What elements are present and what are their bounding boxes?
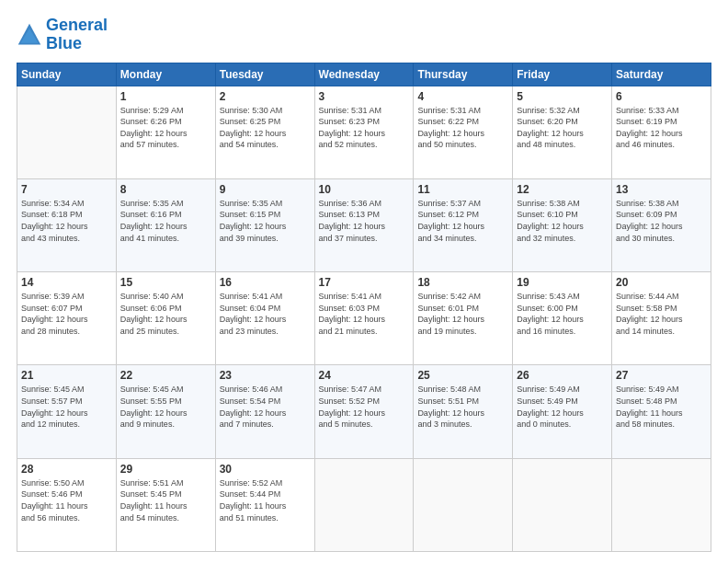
calendar-table: SundayMondayTuesdayWednesdayThursdayFrid… <box>17 63 711 552</box>
calendar-cell <box>17 86 117 178</box>
cell-content: Sunrise: 5:29 AM Sunset: 6:26 PM Dayligh… <box>120 105 211 151</box>
calendar-cell <box>612 458 711 551</box>
day-number: 29 <box>120 463 211 476</box>
day-number: 19 <box>517 276 608 289</box>
calendar-cell: 23Sunrise: 5:46 AM Sunset: 5:54 PM Dayli… <box>215 365 314 458</box>
weekday-header-monday: Monday <box>116 63 215 86</box>
cell-content: Sunrise: 5:33 AM Sunset: 6:19 PM Dayligh… <box>616 105 707 151</box>
calendar-cell: 4Sunrise: 5:31 AM Sunset: 6:22 PM Daylig… <box>414 86 513 178</box>
calendar-week-row: 28Sunrise: 5:50 AM Sunset: 5:46 PM Dayli… <box>17 458 711 551</box>
calendar-cell: 10Sunrise: 5:36 AM Sunset: 6:13 PM Dayli… <box>314 178 414 271</box>
cell-content: Sunrise: 5:45 AM Sunset: 5:55 PM Dayligh… <box>120 384 211 430</box>
cell-content: Sunrise: 5:48 AM Sunset: 5:51 PM Dayligh… <box>417 384 508 430</box>
calendar-cell: 2Sunrise: 5:30 AM Sunset: 6:25 PM Daylig… <box>215 86 314 178</box>
page: General Blue SundayMondayTuesdayWednesda… <box>0 0 728 563</box>
day-number: 27 <box>616 369 707 382</box>
calendar-cell: 24Sunrise: 5:47 AM Sunset: 5:52 PM Dayli… <box>314 365 414 458</box>
day-number: 21 <box>21 369 112 382</box>
calendar-cell: 5Sunrise: 5:32 AM Sunset: 6:20 PM Daylig… <box>513 86 612 178</box>
weekday-header-sunday: Sunday <box>17 63 117 86</box>
calendar-cell: 11Sunrise: 5:37 AM Sunset: 6:12 PM Dayli… <box>414 178 513 271</box>
logo: General Blue <box>17 17 108 53</box>
cell-content: Sunrise: 5:31 AM Sunset: 6:23 PM Dayligh… <box>319 105 410 151</box>
calendar-week-row: 1Sunrise: 5:29 AM Sunset: 6:26 PM Daylig… <box>17 86 711 178</box>
day-number: 18 <box>417 276 508 289</box>
cell-content: Sunrise: 5:43 AM Sunset: 6:00 PM Dayligh… <box>517 291 608 337</box>
cell-content: Sunrise: 5:44 AM Sunset: 5:58 PM Dayligh… <box>616 291 707 337</box>
day-number: 3 <box>319 90 410 103</box>
day-number: 20 <box>616 276 707 289</box>
calendar-cell: 27Sunrise: 5:49 AM Sunset: 5:48 PM Dayli… <box>612 365 711 458</box>
cell-content: Sunrise: 5:52 AM Sunset: 5:44 PM Dayligh… <box>220 477 311 523</box>
cell-content: Sunrise: 5:38 AM Sunset: 6:09 PM Dayligh… <box>616 198 707 244</box>
calendar-cell: 15Sunrise: 5:40 AM Sunset: 6:06 PM Dayli… <box>116 272 215 365</box>
calendar-week-row: 7Sunrise: 5:34 AM Sunset: 6:18 PM Daylig… <box>17 178 711 271</box>
cell-content: Sunrise: 5:35 AM Sunset: 6:15 PM Dayligh… <box>220 198 311 244</box>
calendar-cell: 20Sunrise: 5:44 AM Sunset: 5:58 PM Dayli… <box>612 272 711 365</box>
day-number: 5 <box>517 90 608 103</box>
calendar-cell: 30Sunrise: 5:52 AM Sunset: 5:44 PM Dayli… <box>215 458 314 551</box>
day-number: 25 <box>417 369 508 382</box>
day-number: 11 <box>417 183 508 196</box>
day-number: 16 <box>220 276 311 289</box>
calendar-cell: 7Sunrise: 5:34 AM Sunset: 6:18 PM Daylig… <box>17 178 117 271</box>
day-number: 12 <box>517 183 608 196</box>
day-number: 23 <box>220 369 311 382</box>
calendar-cell: 22Sunrise: 5:45 AM Sunset: 5:55 PM Dayli… <box>116 365 215 458</box>
day-number: 26 <box>517 369 608 382</box>
calendar-cell: 14Sunrise: 5:39 AM Sunset: 6:07 PM Dayli… <box>17 272 117 365</box>
cell-content: Sunrise: 5:35 AM Sunset: 6:16 PM Dayligh… <box>120 198 211 244</box>
cell-content: Sunrise: 5:50 AM Sunset: 5:46 PM Dayligh… <box>21 477 112 523</box>
calendar-cell: 1Sunrise: 5:29 AM Sunset: 6:26 PM Daylig… <box>116 86 215 178</box>
day-number: 6 <box>616 90 707 103</box>
cell-content: Sunrise: 5:31 AM Sunset: 6:22 PM Dayligh… <box>417 105 508 151</box>
day-number: 30 <box>220 463 311 476</box>
calendar-cell: 9Sunrise: 5:35 AM Sunset: 6:15 PM Daylig… <box>215 178 314 271</box>
day-number: 15 <box>120 276 211 289</box>
cell-content: Sunrise: 5:39 AM Sunset: 6:07 PM Dayligh… <box>21 291 112 337</box>
calendar-cell: 21Sunrise: 5:45 AM Sunset: 5:57 PM Dayli… <box>17 365 117 458</box>
cell-content: Sunrise: 5:41 AM Sunset: 6:03 PM Dayligh… <box>319 291 410 337</box>
cell-content: Sunrise: 5:38 AM Sunset: 6:10 PM Dayligh… <box>517 198 608 244</box>
calendar-cell: 8Sunrise: 5:35 AM Sunset: 6:16 PM Daylig… <box>116 178 215 271</box>
calendar-cell <box>414 458 513 551</box>
day-number: 17 <box>319 276 410 289</box>
weekday-header-tuesday: Tuesday <box>215 63 314 86</box>
cell-content: Sunrise: 5:49 AM Sunset: 5:49 PM Dayligh… <box>517 384 608 430</box>
calendar-week-row: 14Sunrise: 5:39 AM Sunset: 6:07 PM Dayli… <box>17 272 711 365</box>
calendar-cell: 29Sunrise: 5:51 AM Sunset: 5:45 PM Dayli… <box>116 458 215 551</box>
cell-content: Sunrise: 5:41 AM Sunset: 6:04 PM Dayligh… <box>220 291 311 337</box>
cell-content: Sunrise: 5:34 AM Sunset: 6:18 PM Dayligh… <box>21 198 112 244</box>
weekday-header-friday: Friday <box>513 63 612 86</box>
calendar-cell: 16Sunrise: 5:41 AM Sunset: 6:04 PM Dayli… <box>215 272 314 365</box>
calendar-cell: 13Sunrise: 5:38 AM Sunset: 6:09 PM Dayli… <box>612 178 711 271</box>
cell-content: Sunrise: 5:40 AM Sunset: 6:06 PM Dayligh… <box>120 291 211 337</box>
calendar-cell: 26Sunrise: 5:49 AM Sunset: 5:49 PM Dayli… <box>513 365 612 458</box>
calendar-week-row: 21Sunrise: 5:45 AM Sunset: 5:57 PM Dayli… <box>17 365 711 458</box>
weekday-header-row: SundayMondayTuesdayWednesdayThursdayFrid… <box>17 63 711 86</box>
day-number: 10 <box>319 183 410 196</box>
weekday-header-saturday: Saturday <box>612 63 711 86</box>
day-number: 9 <box>220 183 311 196</box>
calendar-cell: 17Sunrise: 5:41 AM Sunset: 6:03 PM Dayli… <box>314 272 414 365</box>
logo-icon <box>17 22 42 48</box>
cell-content: Sunrise: 5:42 AM Sunset: 6:01 PM Dayligh… <box>417 291 508 337</box>
calendar-cell <box>314 458 414 551</box>
day-number: 1 <box>120 90 211 103</box>
cell-content: Sunrise: 5:32 AM Sunset: 6:20 PM Dayligh… <box>517 105 608 151</box>
calendar-cell: 25Sunrise: 5:48 AM Sunset: 5:51 PM Dayli… <box>414 365 513 458</box>
calendar-cell: 28Sunrise: 5:50 AM Sunset: 5:46 PM Dayli… <box>17 458 117 551</box>
day-number: 22 <box>120 369 211 382</box>
cell-content: Sunrise: 5:37 AM Sunset: 6:12 PM Dayligh… <box>417 198 508 244</box>
day-number: 13 <box>616 183 707 196</box>
calendar-cell: 6Sunrise: 5:33 AM Sunset: 6:19 PM Daylig… <box>612 86 711 178</box>
cell-content: Sunrise: 5:46 AM Sunset: 5:54 PM Dayligh… <box>220 384 311 430</box>
day-number: 7 <box>21 183 112 196</box>
cell-content: Sunrise: 5:47 AM Sunset: 5:52 PM Dayligh… <box>319 384 410 430</box>
day-number: 28 <box>21 463 112 476</box>
cell-content: Sunrise: 5:30 AM Sunset: 6:25 PM Dayligh… <box>220 105 311 151</box>
cell-content: Sunrise: 5:49 AM Sunset: 5:48 PM Dayligh… <box>616 384 707 430</box>
day-number: 2 <box>220 90 311 103</box>
calendar-cell: 12Sunrise: 5:38 AM Sunset: 6:10 PM Dayli… <box>513 178 612 271</box>
calendar-cell: 18Sunrise: 5:42 AM Sunset: 6:01 PM Dayli… <box>414 272 513 365</box>
